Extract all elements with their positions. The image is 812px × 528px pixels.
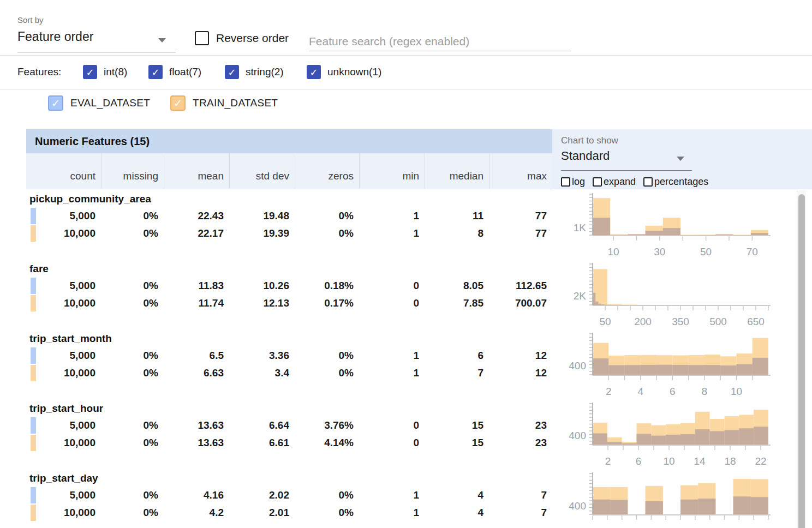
stat-count: 5,000	[26, 419, 101, 431]
stat-missing: 0%	[101, 227, 164, 239]
percentages-checkbox[interactable]	[643, 177, 653, 187]
chart-type-selected-value: Standard	[561, 149, 610, 163]
checkmark-icon: ✓	[49, 97, 62, 110]
dataset-color-swatch	[31, 365, 36, 381]
svg-text:10: 10	[663, 455, 674, 467]
numeric-features-header: Numeric Features (15)	[26, 129, 552, 153]
svg-text:14: 14	[694, 455, 706, 467]
svg-text:70: 70	[747, 246, 758, 257]
dataset-color-swatch	[31, 208, 36, 224]
svg-text:1K: 1K	[574, 222, 587, 233]
stat-missing: 0%	[101, 489, 164, 501]
stat-count: 10,000	[26, 367, 101, 379]
chevron-down-icon	[158, 38, 166, 43]
dataset-checkbox[interactable]: ✓	[170, 95, 186, 111]
stat-zeros: 0%	[295, 210, 359, 222]
stat-std-dev: 12.13	[229, 297, 295, 309]
reverse-order-checkbox[interactable]	[195, 31, 209, 45]
stat-max: 23	[489, 437, 552, 449]
chart-option-percentages: percentages	[643, 176, 708, 188]
histogram-chart-trip_start_hour: 2610141822400	[556, 401, 779, 470]
select-underline	[17, 52, 176, 52]
chart-option-log: log	[561, 176, 585, 188]
stat-min: 1	[359, 227, 425, 239]
column-header-missing: missing	[101, 153, 164, 189]
checkmark-icon: ✓	[226, 66, 238, 78]
vertical-scrollbar[interactable]	[797, 190, 806, 528]
feature-block-pickup_community_area: pickup_community_area5,0000%22.4319.480%…	[0, 192, 812, 262]
chart-to-show-label: Chart to show	[561, 135, 618, 146]
feature-type-label: int(8)	[104, 66, 127, 77]
stat-mean: 13.63	[164, 437, 229, 449]
scrollbar-thumb[interactable]	[798, 194, 805, 528]
stat-zeros: 0%	[295, 489, 359, 501]
dataset-checkbox[interactable]: ✓	[48, 95, 63, 111]
stat-max: 77	[489, 227, 552, 239]
stat-zeros: 0.17%	[295, 297, 359, 309]
column-header-std-dev: std dev	[229, 153, 295, 189]
feature-type-checkbox[interactable]: ✓	[148, 65, 163, 79]
stat-median: 15	[425, 437, 489, 449]
stat-std-dev: 6.64	[229, 419, 295, 431]
stat-zeros: 0%	[295, 227, 359, 239]
stat-mean: 11.83	[164, 280, 229, 292]
chart-option-checkboxes: logexpandpercentages	[561, 176, 708, 188]
checkmark-icon: ✓	[308, 66, 320, 78]
stat-median: 11	[425, 210, 489, 222]
dataset-color-swatch	[31, 417, 36, 434]
dataset-color-swatch	[31, 487, 36, 503]
stat-zeros: 0%	[295, 507, 359, 519]
dataset-color-swatch	[31, 347, 36, 364]
feature-type-checkbox[interactable]: ✓	[307, 65, 321, 79]
expand-label: expand	[604, 176, 636, 188]
stat-std-dev: 19.48	[229, 210, 295, 222]
feature-search-input[interactable]	[309, 32, 571, 51]
checkmark-icon: ✓	[171, 97, 184, 110]
stat-median: 7	[425, 367, 489, 379]
feature-name: fare	[29, 263, 49, 275]
stat-zeros: 4.14%	[295, 437, 359, 449]
stats-row-train: 10,0000%6.633.40%1712	[26, 364, 552, 382]
stat-missing: 0%	[101, 507, 164, 519]
stat-count: 5,000	[26, 210, 101, 222]
stat-mean: 4.16	[164, 489, 229, 501]
stat-mean: 4.2	[164, 507, 229, 519]
stats-row-train: 10,0000%13.636.614.14%01523	[26, 434, 552, 452]
svg-text:18: 18	[724, 455, 736, 467]
dataset-name-label: TRAIN_DATASET	[193, 97, 278, 109]
stat-mean: 11.74	[164, 297, 229, 309]
svg-text:6: 6	[670, 386, 676, 397]
feature-block-trip_start_month: trip_start_month5,0000%6.53.360%161210,0…	[0, 332, 812, 401]
stats-column-header-row: countmissingmeanstd devzerosminmedianmax	[26, 153, 552, 189]
stat-min: 0	[359, 419, 425, 431]
stat-min: 1	[359, 367, 425, 379]
svg-text:400: 400	[569, 500, 586, 512]
feature-type-filter: ✓unknown(1)	[307, 65, 381, 80]
sort-by-select[interactable]: Feature order	[17, 29, 176, 52]
feature-type-checkbox[interactable]: ✓	[83, 65, 97, 79]
feature-block-trip_start_day: trip_start_day5,0000%4.162.020%14710,000…	[0, 471, 812, 528]
log-checkbox[interactable]	[561, 177, 570, 187]
expand-checkbox[interactable]	[593, 177, 602, 187]
feature-name: trip_start_day	[29, 472, 98, 484]
stat-count: 10,000	[26, 297, 101, 309]
dataset-color-swatch	[31, 505, 36, 521]
stat-zeros: 3.76%	[295, 419, 359, 431]
chart-type-select[interactable]: Standard	[561, 149, 692, 171]
stat-std-dev: 6.61	[229, 437, 295, 449]
feature-type-label: float(7)	[169, 66, 201, 77]
dataset-color-swatch	[31, 278, 36, 294]
column-header-count: count	[26, 153, 101, 189]
stat-min: 1	[359, 210, 425, 222]
stat-median: 8.05	[425, 280, 489, 292]
feature-list: pickup_community_area5,0000%22.4319.480%…	[0, 192, 812, 528]
histogram-chart-trip_start_day: 400	[556, 471, 779, 528]
stat-count: 10,000	[26, 227, 101, 239]
feature-type-checkbox[interactable]: ✓	[225, 65, 239, 79]
stat-missing: 0%	[101, 437, 164, 449]
facets-overview-app: Sort by Feature order Reverse order Feat…	[0, 0, 812, 528]
stat-std-dev: 10.26	[229, 280, 295, 292]
stats-row-train: 10,0000%11.7412.130.17%07.85700.07	[26, 295, 552, 312]
stat-min: 1	[359, 350, 425, 362]
column-header-zeros: zeros	[295, 153, 359, 189]
